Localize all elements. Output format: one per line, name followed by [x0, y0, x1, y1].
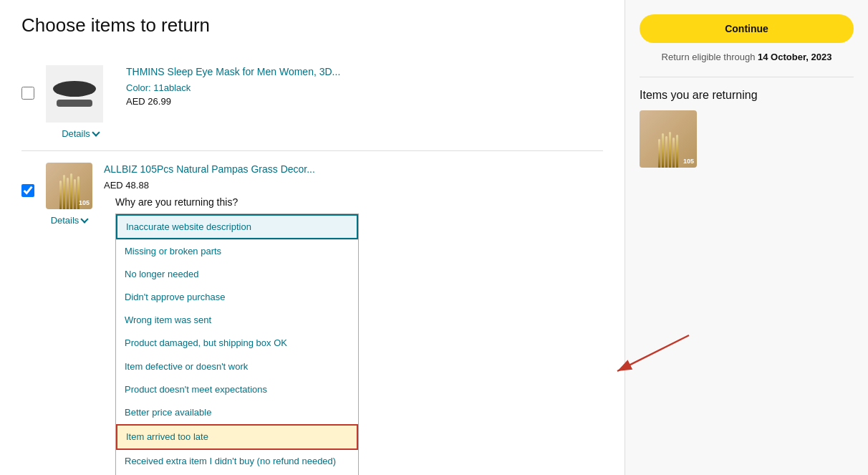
- option-no-longer-needed[interactable]: No longer needed: [116, 263, 358, 286]
- returning-title: Items you are returning: [640, 89, 854, 102]
- item-2-details-label: Details: [51, 215, 79, 226]
- sidebar-divider: [640, 77, 854, 77]
- dropdown-selected-option[interactable]: Inaccurate website description: [116, 214, 358, 239]
- return-eligible-text: Return eligible through 14 October, 2023: [640, 52, 854, 62]
- dropdown-wrapper: Inaccurate website description Missing o…: [115, 213, 603, 475]
- option-arrived-late[interactable]: Item arrived too late: [116, 424, 358, 450]
- item-1-color: Color: 11ablack: [126, 82, 603, 93]
- returning-item-image: [640, 110, 697, 168]
- item-2-chevron-icon: [81, 215, 89, 223]
- option-didnt-approve[interactable]: Didn't approve purchase: [116, 286, 358, 309]
- item-2-checkbox[interactable]: [21, 184, 34, 197]
- item-1-details-label: Details: [62, 128, 90, 139]
- item-row: Details THMINS Sleep Eye Mask for Men Wo…: [21, 54, 603, 151]
- why-return-label: Why are you returning this?: [115, 196, 603, 208]
- item-2-name[interactable]: ALLBIZ 105Pcs Natural Pampas Grass Decor…: [104, 163, 603, 177]
- item-2-details: ALLBIZ 105Pcs Natural Pampas Grass Decor…: [104, 163, 603, 475]
- eye-mask-strap: [57, 100, 92, 107]
- item-2-row: Details ALLBIZ 105Pcs Natural Pampas Gra…: [21, 151, 603, 475]
- item-2-details-link[interactable]: Details: [51, 215, 88, 226]
- item-2-price: AED 48.88: [104, 180, 603, 191]
- option-better-price[interactable]: Better price available: [116, 401, 358, 424]
- option-product-damaged-box-ok[interactable]: Product damaged, but shipping box OK: [116, 332, 358, 355]
- pampas-grass-icon: [52, 173, 87, 209]
- sidebar: Continue Return eligible through 14 Octo…: [625, 0, 868, 475]
- item-1-chevron-icon: [92, 128, 100, 136]
- return-reason-dropdown[interactable]: Inaccurate website description Missing o…: [115, 213, 359, 475]
- option-wrong-item[interactable]: Wrong item was sent: [116, 309, 358, 332]
- item-1-price: AED 26.99: [126, 96, 603, 107]
- page-title: Choose items to return: [21, 14, 603, 37]
- option-doesnt-meet[interactable]: Product doesn't meet expectations: [116, 378, 358, 401]
- dropdown-options-list: Missing or broken parts No longer needed…: [116, 239, 358, 475]
- eye-mask-shape: [53, 81, 96, 97]
- option-item-defective[interactable]: Item defective or doesn't work: [116, 355, 358, 378]
- item-1-name[interactable]: THMINS Sleep Eye Mask for Men Women, 3D.…: [126, 65, 603, 80]
- continue-button[interactable]: Continue: [640, 14, 854, 43]
- option-extra-item[interactable]: Received extra item I didn't buy (no ref…: [116, 450, 358, 473]
- item-1-details: THMINS Sleep Eye Mask for Men Women, 3D.…: [126, 65, 603, 107]
- return-reason-area: Why are you returning this? Inaccurate w…: [115, 196, 603, 475]
- item-1-image: [46, 65, 103, 123]
- item-1-details-link[interactable]: Details: [62, 128, 99, 139]
- item-1-checkbox[interactable]: [21, 87, 34, 100]
- item-2-image: [46, 163, 92, 209]
- option-missing-broken[interactable]: Missing or broken parts: [116, 240, 358, 263]
- returning-pampas-grass-icon: [650, 132, 686, 168]
